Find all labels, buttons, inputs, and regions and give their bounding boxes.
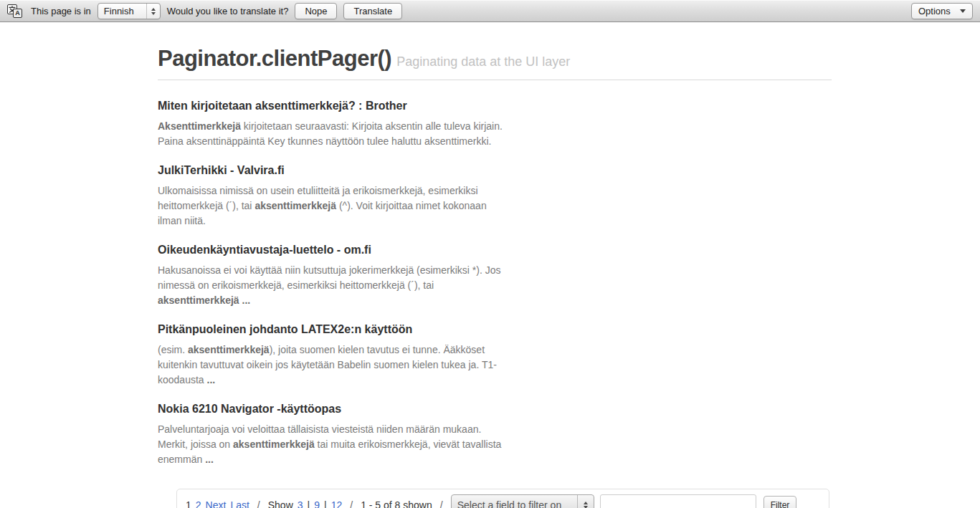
page-content: Paginator.clientPager()Paginating data a…	[158, 46, 832, 508]
pagination-toolbar: 12NextLast / Show3|9|12 / 1 - 5 of 8 sho…	[176, 489, 829, 508]
search-result: Miten kirjoitetaan aksenttimerkkejä? : B…	[158, 100, 495, 149]
show-label: Show	[268, 499, 293, 508]
per-page-link-9[interactable]: 9	[314, 499, 320, 508]
language-select-value: Finnish	[104, 6, 141, 16]
search-result: Nokia 6210 Navigator -käyttöopasPalvelun…	[158, 403, 495, 467]
caret-down-icon	[960, 9, 966, 13]
result-snippet-line: koodausta ...	[158, 373, 495, 388]
show-divider: |	[324, 499, 327, 508]
language-select[interactable]: Finnish	[97, 3, 161, 19]
filter-button[interactable]: Filter	[763, 496, 797, 508]
stepper-arrows-icon	[146, 4, 160, 19]
infobar-right-group: Options	[911, 3, 973, 19]
result-snippet-line: Aksenttimerkkejä kirjoitetaan seuraavast…	[158, 119, 495, 134]
infobar-message: This page is in	[31, 6, 91, 16]
filter-field-select-value: Select a field to filter on	[457, 499, 572, 508]
result-title: Pitkänpuoleinen johdanto LATEX2e:n käytt…	[158, 323, 495, 336]
results-list: Miten kirjoitetaan aksenttimerkkejä? : B…	[158, 100, 495, 467]
pager-link-last[interactable]: Last	[230, 499, 249, 508]
pager-link-next[interactable]: Next	[206, 499, 227, 508]
pager-links: 12NextLast	[186, 499, 249, 508]
stepper-arrows-icon	[577, 495, 594, 508]
infobar-left-group: A This page is in Finnish Would you like…	[7, 3, 402, 19]
separator-slash: /	[440, 499, 443, 508]
translate-button[interactable]: Translate	[343, 3, 402, 19]
result-snippet-line: Paina aksenttinäppäintä Key tkunnes näyt…	[158, 134, 495, 149]
show-divider: |	[308, 499, 310, 508]
pager-current-page: 1	[186, 499, 191, 508]
result-snippet-line: aksenttimerkkejä ...	[158, 293, 495, 308]
result-title: Miten kirjoitetaan aksenttimerkkejä? : B…	[158, 100, 495, 112]
result-title: Nokia 6210 Navigator -käyttöopas	[158, 403, 495, 416]
options-label: Options	[918, 6, 951, 16]
translate-icon-front-letter: A	[13, 9, 22, 18]
result-snippet-line: enemmän ...	[158, 452, 495, 467]
result-snippet-line: Hakusanoissa ei voi käyttää niin kutsutt…	[158, 263, 495, 278]
per-page-link-3[interactable]: 3	[298, 499, 303, 508]
result-title: JulkiTerhikki - Valvira.fi	[158, 164, 495, 177]
nope-button[interactable]: Nope	[295, 3, 337, 19]
pager-link-2[interactable]: 2	[196, 499, 201, 508]
result-snippet-line: Merkit, joissa on aksenttimerkkejä tai m…	[158, 437, 495, 452]
results-status: 1 - 5 of 8 shown	[361, 499, 432, 508]
per-page-link-12[interactable]: 12	[331, 499, 343, 508]
separator-slash: /	[257, 499, 260, 508]
filter-field-select[interactable]: Select a field to filter on	[451, 494, 594, 508]
result-title: Oikeudenkäyntiavustaja-luettelo - om.fi	[158, 244, 495, 257]
search-result: Oikeudenkäyntiavustaja-luettelo - om.fiH…	[158, 244, 495, 308]
page-subtitle: Paginating data at the UI layer	[396, 54, 570, 69]
separator-slash: /	[350, 499, 353, 508]
page-title: Paginator.clientPager()Paginating data a…	[158, 46, 832, 72]
result-snippet-line: nimessä on erikoismerkkejä, esimerkiksi …	[158, 278, 495, 293]
page-title-text: Paginator.clientPager()	[158, 46, 391, 71]
translate-infobar: A This page is in Finnish Would you like…	[0, 0, 980, 22]
result-snippet-line: (esim. aksenttimerkkejä), joita suomen k…	[158, 342, 495, 358]
result-snippet-line: ilman niitä.	[158, 214, 495, 229]
result-snippet-line: heittomerkkejä (´), tai aksenttimerkkejä…	[158, 198, 495, 214]
result-snippet-line: Palveluntarjoaja voi veloittaa tällaisis…	[158, 422, 495, 437]
search-result: JulkiTerhikki - Valvira.fiUlkomaisissa n…	[158, 164, 495, 229]
per-page-links: Show3|9|12	[268, 499, 342, 508]
result-snippet-line: kuitenkin tavuttuvat oikein jos käytetää…	[158, 358, 495, 373]
search-result: Pitkänpuoleinen johdanto LATEX2e:n käytt…	[158, 323, 495, 388]
title-divider	[158, 80, 832, 80]
filter-input[interactable]	[600, 494, 756, 508]
options-button[interactable]: Options	[911, 3, 973, 19]
translate-icon: A	[7, 4, 24, 19]
infobar-question: Would you like to translate it?	[167, 6, 289, 16]
result-snippet-line: Ulkomaisissa nimissä on usein etuliittei…	[158, 183, 495, 198]
